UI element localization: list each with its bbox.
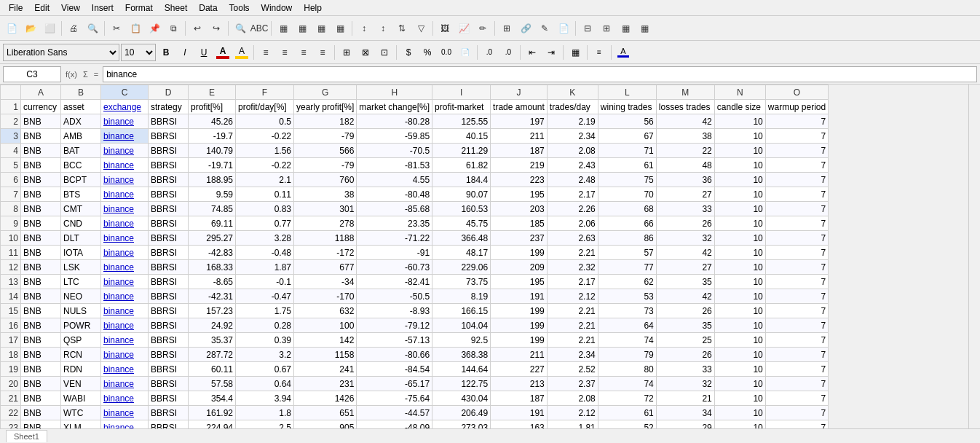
percent-btn[interactable]: % (419, 44, 436, 61)
cell-C2[interactable]: binance (101, 114, 149, 129)
cell-C13[interactable]: binance (101, 275, 149, 289)
cell-N1[interactable]: candle size (714, 100, 765, 114)
cell-I12[interactable]: 229.06 (432, 260, 491, 275)
cell-K3[interactable]: 2.34 (547, 129, 598, 144)
cell-A13[interactable]: BNB (21, 275, 61, 289)
cell-F4[interactable]: 1.56 (236, 144, 294, 158)
cell-B3[interactable]: AMB (61, 129, 101, 144)
cell-A20[interactable]: BNB (21, 377, 61, 391)
cell-E13[interactable]: -8.65 (189, 275, 236, 289)
cell-F5[interactable]: -0.22 (236, 158, 294, 173)
cell-G15[interactable]: 632 (294, 304, 357, 318)
cell-reference-input[interactable] (3, 66, 61, 82)
cell-L9[interactable]: 66 (598, 216, 656, 231)
cell-L18[interactable]: 79 (598, 348, 656, 362)
cell-B11[interactable]: IOTA (61, 246, 101, 260)
cell-G3[interactable]: -79 (294, 129, 357, 144)
cell-G5[interactable]: -79 (294, 158, 357, 173)
cell-H15[interactable]: -8.93 (357, 304, 432, 318)
cell-M15[interactable]: 26 (656, 304, 714, 318)
cell-M18[interactable]: 26 (656, 348, 714, 362)
cell-E1[interactable]: profit[%] (189, 100, 236, 114)
cell-M5[interactable]: 48 (656, 158, 714, 173)
cell-M11[interactable]: 42 (656, 246, 714, 260)
cell-I23[interactable]: 273.03 (432, 420, 491, 429)
cell-G21[interactable]: 1426 (294, 391, 357, 406)
cell-L12[interactable]: 77 (598, 260, 656, 275)
filter-btn[interactable]: ▽ (412, 20, 430, 37)
cell-N17[interactable]: 10 (714, 333, 765, 348)
cell-J16[interactable]: 199 (491, 318, 548, 333)
cell-D3[interactable]: BBRSI (149, 129, 189, 144)
cell-C4[interactable]: binance (101, 144, 149, 158)
cell-I2[interactable]: 125.55 (432, 114, 491, 129)
cell-A23[interactable]: BNB (21, 420, 61, 429)
cell-M17[interactable]: 25 (656, 333, 714, 348)
cell-A4[interactable]: BNB (21, 144, 61, 158)
cell-L2[interactable]: 56 (598, 114, 656, 129)
find-button[interactable]: 🔍 (232, 20, 249, 37)
decimal-inc[interactable]: .0 (481, 44, 498, 61)
col-header-J[interactable]: J (491, 85, 548, 100)
misc-btn1[interactable]: ⊞ (498, 20, 515, 37)
cell-C17[interactable]: binance (101, 333, 149, 348)
cell-N23[interactable]: 10 (714, 420, 765, 429)
row-num-21[interactable]: 21 (1, 391, 21, 406)
cell-L23[interactable]: 52 (598, 420, 656, 429)
cell-K15[interactable]: 2.21 (547, 304, 598, 318)
cell-D1[interactable]: strategy (149, 100, 189, 114)
cell-C11[interactable]: binance (101, 246, 149, 260)
cell-E17[interactable]: 35.37 (189, 333, 236, 348)
cell-F22[interactable]: 1.8 (236, 406, 294, 420)
cell-H5[interactable]: -81.53 (357, 158, 432, 173)
font-color-btn[interactable]: A (214, 44, 232, 61)
cell-A5[interactable]: BNB (21, 158, 61, 173)
cell-E12[interactable]: 168.33 (189, 260, 236, 275)
cell-E6[interactable]: 188.95 (189, 173, 236, 187)
cell-E10[interactable]: 295.27 (189, 231, 236, 246)
cell-B8[interactable]: CMT (61, 202, 101, 216)
cell-G11[interactable]: -172 (294, 246, 357, 260)
font-size-select[interactable]: 10 (121, 44, 156, 61)
cell-B7[interactable]: BTS (61, 187, 101, 202)
cell-F20[interactable]: 0.64 (236, 377, 294, 391)
cell-I14[interactable]: 8.19 (432, 289, 491, 304)
cell-H13[interactable]: -82.41 (357, 275, 432, 289)
align-right[interactable]: ≡ (295, 44, 312, 61)
cell-E8[interactable]: 74.85 (189, 202, 236, 216)
cell-O11[interactable]: 7 (765, 246, 828, 260)
cell-K22[interactable]: 2.12 (547, 406, 598, 420)
cell-B1[interactable]: asset (61, 100, 101, 114)
cell-J13[interactable]: 195 (491, 275, 548, 289)
misc-btn6[interactable]: ▦ (617, 20, 634, 37)
cell-O22[interactable]: 7 (765, 406, 828, 420)
indent-dec[interactable]: ⇤ (523, 44, 541, 61)
cell-D2[interactable]: BBRSI (149, 114, 189, 129)
cell-E2[interactable]: 45.26 (189, 114, 236, 129)
underline-color-btn[interactable]: A (615, 44, 632, 61)
cell-H4[interactable]: -70.5 (357, 144, 432, 158)
cell-I11[interactable]: 48.17 (432, 246, 491, 260)
col-header-D[interactable]: D (149, 85, 189, 100)
cell-M16[interactable]: 35 (656, 318, 714, 333)
cell-D9[interactable]: BBRSI (149, 216, 189, 231)
cell-O8[interactable]: 7 (765, 202, 828, 216)
cell-N14[interactable]: 10 (714, 289, 765, 304)
cell-F23[interactable]: 2.5 (236, 420, 294, 429)
cell-L1[interactable]: wining trades (598, 100, 656, 114)
cell-B5[interactable]: BCC (61, 158, 101, 173)
cell-N12[interactable]: 10 (714, 260, 765, 275)
cell-D14[interactable]: BBRSI (149, 289, 189, 304)
number-format-btn[interactable]: 📄 (457, 44, 474, 61)
cell-B15[interactable]: NULS (61, 304, 101, 318)
cell-I10[interactable]: 366.48 (432, 231, 491, 246)
cell-K6[interactable]: 2.48 (547, 173, 598, 187)
cell-L22[interactable]: 61 (598, 406, 656, 420)
row-num-9[interactable]: 9 (1, 216, 21, 231)
cell-N8[interactable]: 10 (714, 202, 765, 216)
cell-F16[interactable]: 0.28 (236, 318, 294, 333)
row-num-4[interactable]: 4 (1, 144, 21, 158)
cell-L15[interactable]: 73 (598, 304, 656, 318)
cell-E5[interactable]: -19.71 (189, 158, 236, 173)
cell-K1[interactable]: trades/day (547, 100, 598, 114)
